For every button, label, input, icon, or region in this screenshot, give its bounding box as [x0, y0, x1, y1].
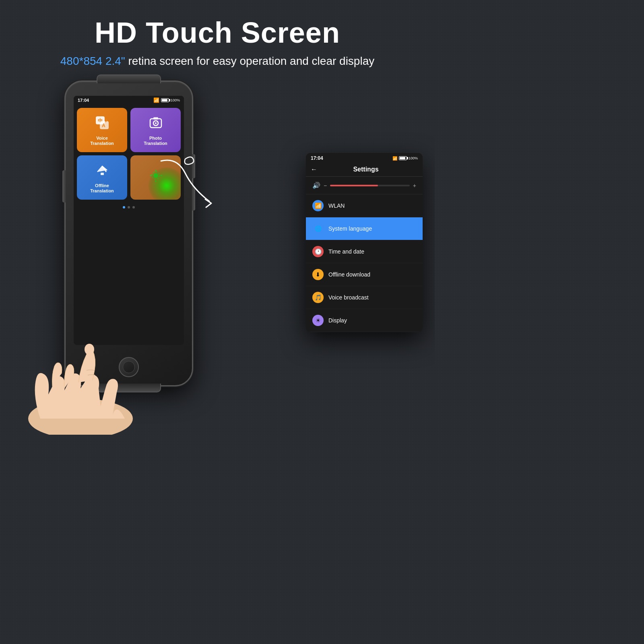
subtitle-highlight: 480*854 2.4" — [60, 55, 125, 67]
volume-fill — [330, 185, 378, 186]
voice-translation-label: VoiceTranslation — [90, 136, 114, 146]
settings-wifi-icon: 📶 — [392, 156, 397, 161]
hand-image — [0, 266, 193, 435]
photo-translation-label: PhotoTranslation — [144, 136, 167, 146]
svg-point-12 — [85, 344, 94, 355]
settings-item-time-date[interactable]: 🕐 Time and date — [306, 240, 423, 263]
offline-translation-label: OfflineTranslation — [90, 183, 114, 194]
main-title: HD Touch Screen — [0, 16, 435, 49]
svg-text:A: A — [102, 123, 105, 128]
app-tile-offline[interactable]: OfflineTranslation — [77, 155, 127, 200]
display-icon: ☀ — [312, 315, 324, 326]
svg-point-6 — [155, 122, 157, 124]
settings-back-button[interactable]: ← — [311, 166, 317, 173]
settings-item-wlan[interactable]: 📶 WLAN — [306, 194, 423, 217]
settings-item-display[interactable]: ☀ Display — [306, 309, 423, 332]
offline-download-label: Offline download — [328, 271, 370, 278]
volume-icon: 🔊 — [312, 182, 320, 189]
app-tile-voice[interactable]: 中 A VoiceTranslation — [77, 108, 127, 152]
voice-broadcast-label: Voice broadcast — [328, 294, 369, 301]
side-button-left — [62, 170, 66, 202]
volume-slider[interactable] — [330, 185, 410, 186]
settings-time: 17:04 — [311, 155, 323, 161]
time-date-icon: 🕐 — [312, 246, 324, 257]
offline-download-icon: ⬇ — [312, 269, 324, 280]
subtitle-rest: retina screen for easy operation and cle… — [128, 55, 375, 67]
arrow-decoration — [153, 153, 233, 217]
status-bar: 17:04 📶 100% — [74, 96, 184, 105]
header-section: HD Touch Screen 480*854 2.4" retina scre… — [0, 0, 435, 69]
volume-plus-button[interactable]: + — [413, 182, 416, 189]
volume-row: 🔊 − + — [306, 177, 423, 194]
settings-status-bar: 17:04 📶 100% — [306, 153, 423, 163]
dot-3 — [132, 206, 135, 208]
settings-battery-fill — [400, 157, 405, 159]
settings-item-voice-broadcast[interactable]: 🎵 Voice broadcast — [306, 286, 423, 309]
subtitle: 480*854 2.4" retina screen for easy oper… — [0, 53, 435, 69]
battery-icon — [161, 98, 169, 102]
wifi-status-icon: 📶 — [153, 97, 159, 103]
settings-item-system-language[interactable]: 🌐 System language — [306, 217, 423, 240]
battery-fill — [162, 99, 167, 101]
status-time: 17:04 — [78, 98, 89, 103]
wlan-icon: 📶 — [312, 200, 324, 211]
dot-1 — [123, 206, 125, 208]
dot-2 — [128, 206, 130, 208]
settings-status-icons: 📶 100% — [392, 156, 418, 161]
offline-translation-icon — [95, 163, 109, 181]
svg-rect-8 — [101, 173, 104, 175]
voice-translation-icon: 中 A — [95, 116, 109, 133]
system-language-label: System language — [328, 225, 372, 232]
settings-title: Settings — [322, 166, 410, 173]
settings-battery — [399, 156, 407, 160]
settings-panel: 17:04 📶 100% ← Settings 🔊 − + 📶 WLAN 🌐 S… — [306, 153, 423, 332]
battery-pct: 100% — [171, 98, 180, 102]
volume-minus-button[interactable]: − — [324, 182, 327, 189]
phone-top-cap — [97, 74, 161, 83]
settings-item-offline-download[interactable]: ⬇ Offline download — [306, 263, 423, 286]
svg-rect-7 — [153, 117, 158, 120]
photo-translation-icon — [149, 116, 163, 133]
settings-header: ← Settings — [306, 163, 423, 177]
display-label: Display — [328, 317, 347, 324]
time-date-label: Time and date — [328, 248, 364, 255]
wlan-label: WLAN — [328, 202, 345, 209]
app-tile-photo[interactable]: PhotoTranslation — [130, 108, 181, 152]
system-language-icon: 🌐 — [312, 223, 324, 234]
settings-battery-pct: 100% — [409, 156, 418, 160]
status-icons: 📶 100% — [153, 97, 180, 103]
voice-broadcast-icon: 🎵 — [312, 292, 324, 303]
